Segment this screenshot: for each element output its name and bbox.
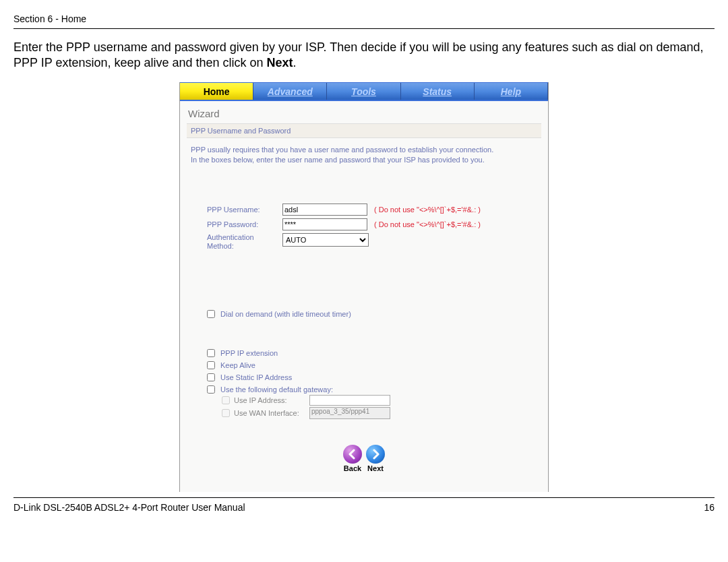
use-static-ip-checkbox[interactable]	[207, 373, 215, 381]
desc-line2: In the boxes below, enter the user name …	[191, 156, 485, 164]
intro-bold: Next	[267, 56, 293, 69]
tab-tools[interactable]: Tools	[327, 83, 400, 100]
keep-alive-label: Keep Alive	[220, 361, 255, 369]
ppp-username-hint: ( Do not use "<>%\^[]`+$,='#&.: )	[374, 206, 481, 214]
tab-help[interactable]: Help	[475, 83, 548, 100]
ppp-password-input[interactable]	[282, 218, 367, 230]
keep-alive-checkbox[interactable]	[207, 361, 215, 369]
use-ip-addr-checkbox[interactable]	[222, 396, 230, 404]
use-default-gw-label: Use the following default gateway:	[220, 385, 333, 394]
ppp-password-hint: ( Do not use "<>%\^[]`+$,='#&.: )	[374, 220, 481, 228]
tab-status[interactable]: Status	[401, 83, 475, 100]
intro-suffix: .	[293, 56, 297, 69]
ppp-password-label: PPP Password:	[207, 220, 282, 228]
use-wan-if-label: Use WAN Interface:	[234, 409, 309, 417]
ppp-ip-ext-checkbox[interactable]	[207, 349, 215, 357]
use-ip-addr-label: Use IP Address:	[234, 396, 309, 404]
arrow-right-icon	[366, 445, 385, 464]
use-static-ip-label: Use Static IP Address	[220, 373, 292, 381]
use-ip-addr-input[interactable]	[309, 395, 390, 406]
auth-method-select[interactable]: AUTO	[282, 233, 369, 247]
dial-on-demand-checkbox[interactable]	[207, 310, 215, 318]
arrow-left-icon	[343, 445, 362, 464]
use-wan-if-select[interactable]: pppoa_3_35/ppp41	[309, 407, 390, 419]
dial-on-demand-label: Dial on demand (with idle timeout timer)	[220, 310, 351, 318]
intro-pre: Enter the PPP username and password give…	[13, 40, 704, 69]
footer-left: D-Link DSL-2540B ADSL2+ 4-Port Router Us…	[13, 502, 245, 513]
use-default-gw-checkbox[interactable]	[207, 385, 215, 394]
panel-title: Wizard	[187, 108, 541, 123]
next-button[interactable]: Next	[366, 445, 385, 472]
ppp-username-label: PPP Username:	[207, 206, 282, 214]
tab-advanced[interactable]: Advanced	[253, 83, 327, 100]
footer-page-number: 16	[704, 502, 715, 513]
ppp-username-input[interactable]	[282, 204, 367, 216]
auth-method-label: Authentication Method:	[207, 233, 282, 251]
section-header: Section 6 - Home	[13, 13, 715, 29]
next-label: Next	[367, 464, 384, 472]
back-button[interactable]: Back	[343, 445, 362, 472]
panel-subtitle: PPP Username and Password	[187, 123, 541, 138]
desc-line1: PPP usually requires that you have a use…	[191, 146, 493, 154]
use-wan-if-checkbox[interactable]	[222, 409, 230, 417]
panel-description: PPP usually requires that you have a use…	[187, 145, 541, 166]
ppp-ip-ext-label: PPP IP extension	[220, 349, 278, 357]
tab-home[interactable]: Home	[180, 83, 253, 100]
intro-paragraph: Enter the PPP username and password give…	[13, 40, 715, 71]
tab-bar: Home Advanced Tools Status Help	[180, 82, 548, 101]
back-label: Back	[344, 464, 361, 472]
router-ui-window: Home Advanced Tools Status Help Wizard P…	[179, 82, 549, 492]
